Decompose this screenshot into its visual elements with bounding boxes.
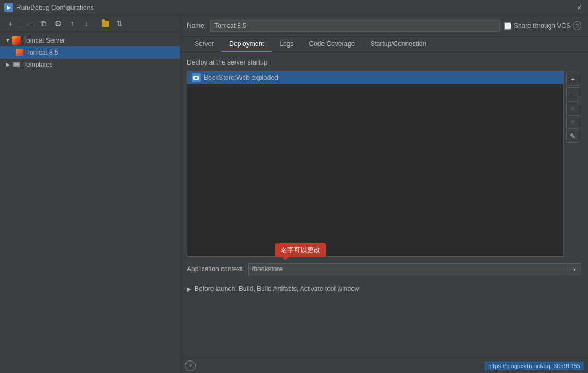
name-row: Name: Share through VCS ?	[180, 15, 588, 37]
up-button[interactable]: ↑	[66, 18, 78, 30]
artifact-icon	[192, 73, 201, 82]
deploy-row-wrap: BookStore:Web exploded 对应project structu…	[187, 71, 563, 84]
before-launch-row[interactable]: ▶ Before launch: Build, Build Artifacts,…	[187, 282, 581, 296]
close-button[interactable]: ×	[575, 3, 584, 12]
tab-code-coverage[interactable]: Code Coverage	[301, 37, 362, 52]
remove-button[interactable]: −	[23, 18, 36, 30]
deploy-row-bookstore[interactable]: BookStore:Web exploded	[187, 71, 563, 84]
sidebar-tree: ▼ Tomcat Server Tomcat 8.5 ▶ Templates	[0, 32, 180, 373]
title-bar: ▶ Run/Debug Configurations ×	[0, 0, 588, 15]
copy-button[interactable]: ⧉	[38, 18, 50, 30]
tabs-bar: Server Deployment Logs Code Coverage Sta…	[180, 37, 588, 52]
app-context-input[interactable]	[248, 263, 568, 275]
app-context-input-wrap: 名字可以更改 ▾	[248, 263, 581, 275]
tomcat-server-label: Tomcat Server	[23, 37, 65, 44]
share-row: Share through VCS ?	[504, 21, 581, 30]
templates-label: Templates	[23, 61, 53, 68]
right-panel: Name: Share through VCS ? Server Deploym…	[180, 15, 588, 373]
window-title: Run/Debug Configurations	[16, 4, 93, 11]
deploy-section: BookStore:Web exploded 对应project structu…	[187, 71, 581, 257]
separator-2	[96, 19, 96, 28]
tab-server[interactable]: Server	[187, 37, 221, 52]
tree-item-templates[interactable]: ▶ Templates	[0, 59, 180, 71]
name-input[interactable]	[210, 20, 500, 32]
window-controls: ×	[575, 3, 584, 12]
tomcat85-icon	[15, 48, 24, 57]
context-tooltip: 名字可以更改	[275, 243, 326, 257]
settings-button[interactable]: ⚙	[52, 18, 64, 30]
down-button[interactable]: ↓	[80, 18, 92, 30]
folder-icon	[102, 21, 109, 27]
share-checkbox[interactable]	[504, 22, 511, 30]
tree-item-tomcat-server[interactable]: ▼ Tomcat Server	[0, 34, 180, 46]
deploy-list: BookStore:Web exploded 对应project structu…	[187, 71, 564, 257]
sort-button[interactable]: ⇅	[114, 18, 126, 30]
app-context-row: Application context: 名字可以更改 ▾	[187, 263, 581, 275]
add-artifact-button[interactable]: +	[566, 73, 579, 86]
toolbar: + − ⧉ ⚙ ↑ ↓ ⇅	[0, 15, 180, 32]
tab-startup-connection[interactable]: Startup/Connection	[362, 37, 434, 52]
separator-1	[20, 19, 20, 28]
side-buttons: + − ▲ ▼ ✎	[564, 71, 581, 257]
templates-icon	[12, 60, 21, 69]
before-launch-text: Before launch: Build, Build Artifacts, A…	[195, 285, 360, 293]
tab-logs[interactable]: Logs	[272, 37, 301, 52]
deploy-section-label: Deploy at the server startup	[187, 59, 581, 66]
svg-rect-3	[193, 76, 199, 80]
tree-arrow-tomcat-server: ▼	[4, 37, 11, 44]
help-icon[interactable]: ?	[573, 21, 581, 30]
bottom-bar: ? https://blog.csdn.net/qq_30591155	[180, 358, 588, 373]
folder-button[interactable]	[99, 18, 111, 30]
add-button[interactable]: +	[4, 18, 16, 30]
bottom-link[interactable]: https://blog.csdn.net/qq_30591155	[485, 362, 584, 370]
tree-arrow-templates: ▶	[4, 61, 11, 68]
sidebar: + − ⧉ ⚙ ↑ ↓ ⇅ ▼ Tomcat Server	[0, 15, 180, 373]
tomcat-server-icon	[12, 36, 21, 45]
name-label: Name:	[187, 22, 206, 30]
app-context-label: Application context:	[187, 265, 244, 273]
help-button[interactable]: ?	[185, 360, 196, 371]
remove-artifact-button[interactable]: −	[566, 87, 579, 100]
deploy-item-label: BookStore:Web exploded	[204, 74, 278, 81]
move-up-button[interactable]: ▲	[566, 101, 579, 114]
before-launch-arrow: ▶	[187, 286, 191, 292]
tab-deployment[interactable]: Deployment	[221, 37, 272, 52]
main-layout: + − ⧉ ⚙ ↑ ↓ ⇅ ▼ Tomcat Server	[0, 15, 588, 373]
tomcat85-label: Tomcat 8.5	[26, 49, 58, 56]
app-context-dropdown[interactable]: ▾	[568, 263, 581, 275]
app-icon: ▶	[4, 3, 13, 12]
share-label: Share through VCS	[514, 22, 571, 30]
move-down-button[interactable]: ▼	[566, 115, 579, 129]
edit-artifact-button[interactable]: ✎	[566, 130, 579, 143]
tree-item-tomcat85[interactable]: Tomcat 8.5	[0, 46, 180, 59]
content-area: Deploy at the server startup BookStore:W…	[180, 52, 588, 358]
